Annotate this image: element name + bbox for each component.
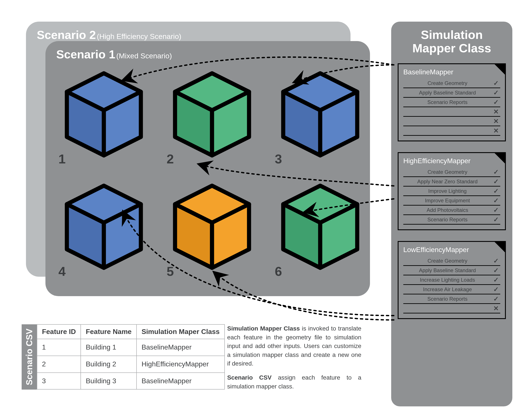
check-icon: ✓ [491,267,500,274]
mapper-name: LowEfficiencyMapper [403,246,500,254]
mapper-step-label: Apply Baseline Standard [403,90,491,96]
cube-label: 6 [275,264,282,279]
cube-2: 2 [171,69,253,169]
mapper-sidebar-title: Simulation Mapper Class [398,28,506,55]
cube-1: 1 [63,69,145,169]
mapper-name: BaselineMapper [403,68,500,76]
scenario-1-title: Scenario 1 [56,48,115,61]
check-icon: ✓ [491,206,500,214]
csv-cell: 2 [37,356,81,373]
check-icon: ✓ [491,295,500,303]
cube-icon [63,182,145,273]
csv-cell: BaselineMapper [137,339,225,356]
csv-cell: HighEfficiencyMapper [137,356,225,373]
mapper-step-line: Scenario Reports✓ [403,215,500,225]
desc-bold-1: Simulation Mapper Class [227,325,300,332]
mapper-step-line: Increase Air Leakage✓ [403,285,500,294]
csv-cell: Building 3 [81,373,137,390]
cube-icon [171,182,253,273]
mapper-step-line: Increase Lighting Loads✓ [403,275,500,285]
cube-5: 5 [171,182,253,281]
mapper-card: BaselineMapperCreate Geometry✓Apply Base… [398,63,506,141]
cube-6: 6 [279,182,361,281]
cube-icon [279,69,361,160]
csv-cell: Building 1 [81,339,137,356]
table-row: 2Building 2HighEfficiencyMapper [37,356,225,373]
cube-label: 3 [275,151,282,166]
check-icon: ✓ [491,216,500,223]
mapper-step-label: Create Geometry [403,80,491,86]
mapper-step-label: Scenario Reports [403,296,491,302]
cube-label: 4 [58,264,66,279]
csv-cell: Building 2 [81,356,137,373]
cube-4: 4 [63,182,145,281]
csv-cell: BaselineMapper [137,373,225,390]
csv-header: Simulation Maper Class [137,324,225,339]
x-icon: ✕ [491,117,500,125]
csv-header: Feature ID [37,324,81,339]
mapper-step-label: Improve Lighting [403,188,491,194]
scenario-1-panel: Scenario 1 (Mixed Scenario) 1 2 3 4 [46,41,370,296]
cube-label: 1 [58,151,66,166]
csv-cell: 3 [37,373,81,390]
cube-icon [63,69,145,160]
x-icon: ✕ [491,127,500,135]
check-icon: ✓ [491,168,500,176]
mapper-step-line: Apply Baseline Standard✓ [403,88,500,98]
scenario-2-title: Scenario 2 [37,28,96,41]
scenario-2-subtitle: (High Efficiency Scenario) [97,32,182,40]
mapper-step-line: Improve Lighting✓ [403,187,500,196]
mapper-step-line: Improve Equipment✓ [403,196,500,206]
check-icon: ✓ [491,98,500,106]
mapper-step-line: Scenario Reports✓ [403,294,500,304]
cube-label: 5 [167,264,174,279]
check-icon: ✓ [491,89,500,96]
check-icon: ✓ [491,257,500,265]
diagram-canvas: Scenario 2 (High Efficiency Scenario) Sc… [9,9,512,411]
cube-icon [171,69,253,160]
check-icon: ✓ [491,276,500,284]
mapper-step-label: Create Geometry [403,258,491,264]
table-row: 3Building 3BaselineMapper [37,373,225,390]
cube-3: 3 [279,69,361,169]
check-icon: ✓ [491,79,500,87]
mapper-step-label: Increase Lighting Loads [403,277,491,283]
scenario-csv: Scenario CSV Feature IDFeature NameSimul… [22,324,225,390]
cube-grid: 1 2 3 4 5 6 [63,69,357,281]
mapper-title-line2: Mapper Class [412,41,491,55]
csv-header: Feature Name [81,324,137,339]
cube-label: 2 [167,151,174,166]
mapper-step-label: Apply Near Zero Standard [403,179,491,185]
description-text: Simulation Mapper Class is invoked to tr… [227,324,361,396]
mapper-step-label: Add Photovoltaics [403,207,491,213]
mapper-name: HighEfficiencyMapper [403,157,500,165]
mapper-step-line: Create Geometry✓ [403,167,500,177]
mapper-step-line: ✕ [403,304,500,314]
mapper-step-line: Create Geometry✓ [403,79,500,88]
check-icon: ✓ [491,187,500,195]
mapper-step-line: Add Photovoltaics✓ [403,206,500,215]
csv-cell: 1 [37,339,81,356]
desc-bold-2: Scenario CSV [227,374,272,381]
table-row: 1Building 1BaselineMapper [37,339,225,356]
mapper-step-line: ✕ [403,126,500,136]
scenario-csv-table: Feature IDFeature NameSimulation Maper C… [37,324,225,390]
mapper-card: LowEfficiencyMapperCreate Geometry✓Apply… [398,241,506,319]
mapper-step-line: Apply Near Zero Standard✓ [403,177,500,187]
cube-icon [279,182,361,273]
mapper-step-label: Improve Equipment [403,198,491,204]
mapper-step-line: Create Geometry✓ [403,256,500,266]
mapper-title-line1: Simulation [421,28,483,42]
mapper-step-line: ✕ [403,107,500,117]
mapper-card: HighEfficiencyMapperCreate Geometry✓Appl… [398,152,506,230]
mapper-step-label: Apply Baseline Standard [403,267,491,273]
check-icon: ✓ [491,285,500,293]
mapper-step-label: Create Geometry [403,169,491,175]
mapper-step-label: Increase Air Leakage [403,286,491,292]
mapper-step-line: Scenario Reports✓ [403,98,500,107]
mapper-step-line: ✕ [403,117,500,126]
scenario-1-subtitle: (Mixed Scenario) [116,52,172,60]
x-icon: ✕ [491,305,500,312]
mapper-sidebar: Simulation Mapper Class BaselineMapperCr… [391,22,512,406]
check-icon: ✓ [491,197,500,204]
